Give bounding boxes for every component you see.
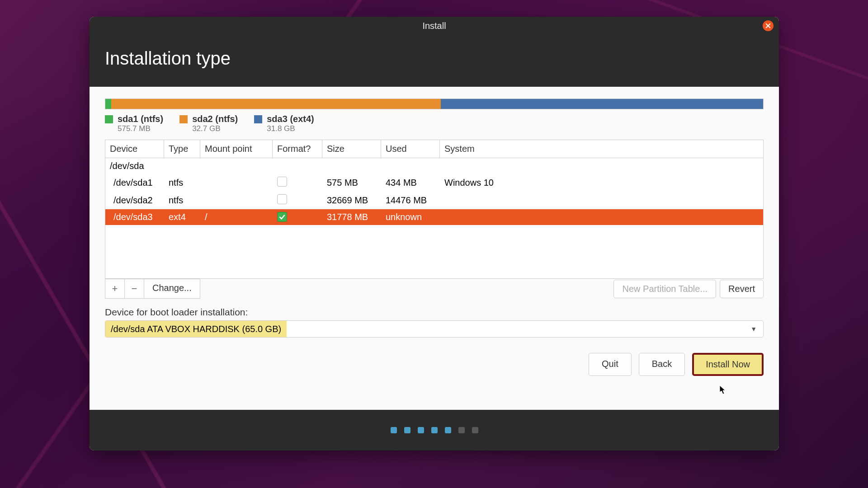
legend-item: sda3 (ext4)31.8 GB (254, 114, 314, 133)
new-partition-table-button[interactable]: New Partition Table... (613, 280, 716, 298)
nav-buttons: Quit Back Install Now (105, 353, 764, 376)
remove-partition-button[interactable]: − (124, 279, 144, 299)
col-format[interactable]: Format? (273, 140, 322, 158)
legend-size: 575.7 MB (118, 124, 163, 133)
progress-dot (404, 427, 410, 433)
cell-used: 14476 MB (381, 192, 440, 208)
legend-name: sda3 (ext4) (267, 114, 314, 124)
table-row[interactable]: /dev/sda1ntfs575 MB434 MBWindows 10 (105, 174, 763, 192)
legend-item: sda1 (ntfs)575.7 MB (105, 114, 163, 133)
cell-device: /dev/sda2 (105, 192, 164, 208)
cell-used: 434 MB (381, 175, 440, 191)
legend-name: sda2 (ntfs) (192, 114, 238, 124)
progress-indicator (90, 410, 779, 450)
progress-dot (391, 427, 397, 433)
format-checkbox[interactable] (277, 194, 287, 204)
table-row[interactable]: /dev/sda2ntfs32669 MB14476 MB (105, 192, 763, 209)
partition-table: Device Type Mount point Format? Size Use… (105, 140, 764, 279)
progress-dot (458, 427, 465, 433)
cell-format (273, 174, 322, 192)
legend-size: 32.7 GB (192, 124, 238, 133)
cell-size: 575 MB (322, 175, 381, 191)
cell-device: /dev/sda3 (105, 209, 164, 225)
cell-type: ext4 (164, 209, 200, 225)
disk-segment-orange (111, 99, 441, 109)
disk-usage-bar (105, 99, 764, 109)
cell-type: ntfs (164, 192, 200, 208)
col-system[interactable]: System (440, 140, 763, 158)
legend-item: sda2 (ntfs)32.7 GB (179, 114, 238, 133)
format-checkbox[interactable] (277, 212, 287, 222)
window-title: Install (422, 21, 446, 31)
cell-mount (200, 180, 273, 186)
bootloader-label: Device for boot loader installation: (105, 307, 764, 318)
progress-dot (418, 427, 424, 433)
cell-mount (200, 198, 273, 203)
bootloader-value: /dev/sda ATA VBOX HARDDISK (65.0 GB) (105, 321, 287, 337)
titlebar: Install (90, 17, 779, 35)
table-row[interactable]: /dev/sda3ext4/31778 MBunknown (105, 209, 763, 225)
col-type[interactable]: Type (164, 140, 200, 158)
change-partition-button[interactable]: Change... (144, 279, 200, 299)
cell-format (273, 192, 322, 209)
page-title: Installation type (105, 48, 764, 69)
cell-used: unknown (381, 209, 440, 225)
table-toolbar: + − Change... New Partition Table... Rev… (105, 279, 764, 299)
legend-swatch (179, 115, 188, 123)
cell-size: 32669 MB (322, 192, 381, 208)
col-size[interactable]: Size (322, 140, 381, 158)
cell-system (440, 215, 763, 220)
table-header: Device Type Mount point Format? Size Use… (105, 140, 763, 158)
add-partition-button[interactable]: + (105, 279, 125, 299)
close-icon[interactable] (763, 20, 774, 31)
format-checkbox[interactable] (277, 177, 287, 187)
cell-mount: / (200, 209, 273, 225)
legend-swatch (105, 115, 113, 123)
revert-button[interactable]: Revert (720, 280, 764, 298)
col-device[interactable]: Device (105, 140, 164, 158)
table-body: /dev/sda /dev/sda1ntfs575 MB434 MBWindow… (105, 158, 763, 278)
cell-size: 31778 MB (322, 209, 381, 225)
cell-type: ntfs (164, 175, 200, 191)
install-now-button[interactable]: Install Now (692, 353, 764, 376)
progress-dot (445, 427, 451, 433)
disk-segment-green (105, 99, 111, 109)
bootloader-select[interactable]: /dev/sda ATA VBOX HARDDISK (65.0 GB) ▼ (105, 320, 764, 338)
col-mount[interactable]: Mount point (200, 140, 273, 158)
cell-system (440, 198, 763, 203)
page-header: Installation type (90, 35, 779, 87)
content-area: sda1 (ntfs)575.7 MBsda2 (ntfs)32.7 GBsda… (90, 87, 779, 410)
legend-swatch (254, 115, 262, 123)
back-button[interactable]: Back (639, 353, 685, 376)
cell-format (273, 209, 322, 225)
legend: sda1 (ntfs)575.7 MBsda2 (ntfs)32.7 GBsda… (105, 114, 764, 133)
legend-name: sda1 (ntfs) (118, 114, 163, 124)
disk-row[interactable]: /dev/sda (105, 158, 763, 174)
progress-dot (431, 427, 438, 433)
disk-segment-blue (441, 99, 763, 109)
progress-dot (472, 427, 478, 433)
cell-device: /dev/sda1 (105, 175, 164, 191)
installer-window: Install Installation type sda1 (ntfs)575… (90, 17, 779, 450)
col-used[interactable]: Used (381, 140, 440, 158)
quit-button[interactable]: Quit (589, 353, 632, 376)
cell-system: Windows 10 (440, 175, 763, 191)
chevron-down-icon: ▼ (744, 325, 763, 333)
legend-size: 31.8 GB (267, 124, 314, 133)
